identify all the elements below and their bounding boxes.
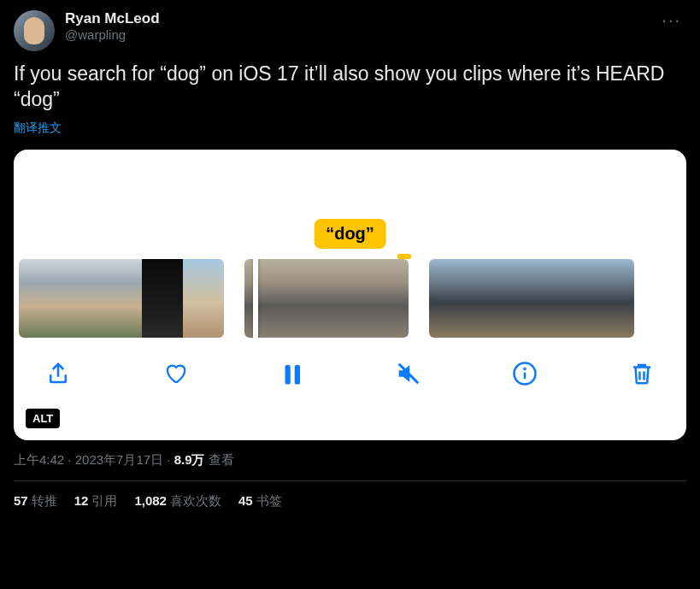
clip-thumbnail [511, 259, 552, 338]
clip-thumbnail [593, 259, 634, 338]
svg-point-5 [525, 368, 526, 369]
share-icon[interactable] [43, 358, 74, 389]
tweet-text: If you search for “dog” on iOS 17 it’ll … [14, 62, 686, 113]
search-term-badge: “dog” [314, 219, 386, 249]
media-preview-area: “dog” [14, 150, 686, 259]
user-block[interactable]: Ryan McLeod @warpling [65, 10, 646, 42]
retweets-stat[interactable]: 57转推 [14, 493, 57, 509]
translate-link[interactable]: 翻译推文 [14, 121, 62, 136]
media-toolbar [14, 338, 686, 389]
svg-rect-0 [285, 365, 291, 385]
clip-group[interactable] [19, 259, 224, 338]
timeline-marker [397, 254, 411, 259]
pause-icon[interactable] [276, 358, 307, 389]
clip-thumbnail [101, 259, 142, 338]
clip-thumbnail [470, 259, 511, 338]
info-icon[interactable] [509, 358, 540, 389]
clip-thumbnail [60, 259, 101, 338]
more-icon[interactable]: ··· [656, 10, 686, 30]
clip-group[interactable] [244, 259, 409, 338]
tweet-meta: 上午4:42 · 2023年7月17日 · 8.9万 查看 [14, 452, 686, 481]
playhead[interactable] [253, 259, 258, 338]
tweet-container: Ryan McLeod @warpling ··· If you search … [0, 0, 700, 532]
mute-icon[interactable] [393, 358, 424, 389]
clip-thumbnail [285, 259, 326, 338]
tweet-stats: 57转推 12引用 1,082喜欢次数 45书签 [14, 481, 686, 521]
clip-thumbnail [368, 259, 409, 338]
views-label: 查看 [209, 452, 234, 467]
tweet-time[interactable]: 上午4:42 [14, 452, 64, 467]
svg-rect-1 [295, 365, 300, 385]
avatar[interactable] [14, 10, 55, 51]
clip-thumbnail [244, 259, 285, 338]
heart-icon[interactable] [160, 358, 191, 389]
clip-thumbnail [142, 259, 183, 338]
bookmarks-stat[interactable]: 45书签 [238, 493, 282, 509]
media-card[interactable]: “dog” [14, 150, 686, 440]
likes-stat[interactable]: 1,082喜欢次数 [134, 493, 221, 509]
clip-thumbnail [552, 259, 593, 338]
clip-thumbnail [429, 259, 470, 338]
alt-badge[interactable]: ALT [26, 409, 60, 428]
user-handle: @warpling [65, 27, 646, 42]
clip-thumbnail [19, 259, 60, 338]
display-name: Ryan McLeod [65, 10, 646, 27]
tweet-date[interactable]: 2023年7月17日 [75, 452, 163, 467]
clip-thumbnail [326, 259, 368, 338]
clip-thumbnail [183, 259, 224, 338]
video-timeline[interactable] [14, 259, 686, 338]
views-count: 8.9万 [174, 452, 205, 467]
clip-group[interactable] [429, 259, 634, 338]
quotes-stat[interactable]: 12引用 [74, 493, 118, 509]
tweet-header: Ryan McLeod @warpling ··· [14, 10, 686, 51]
trash-icon[interactable] [626, 358, 657, 389]
